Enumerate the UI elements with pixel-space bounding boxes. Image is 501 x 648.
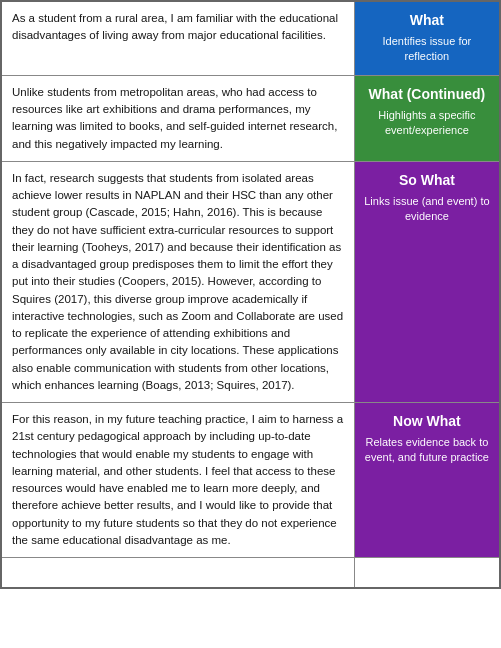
row4-left-cell: For this reason, in my future teaching p… (1, 403, 354, 558)
row4-right-cell: Now What Relates evidence back to event,… (354, 403, 500, 558)
row2-text: Unlike students from metropolitan areas,… (12, 86, 337, 150)
row4-right-label: Now What (363, 413, 491, 429)
table-row: Unlike students from metropolitan areas,… (1, 75, 500, 161)
bottom-right-cell (354, 558, 500, 588)
table-row: For this reason, in my future teaching p… (1, 403, 500, 558)
row3-right-label: So What (363, 172, 491, 188)
bottom-row (1, 558, 500, 588)
row2-left-cell: Unlike students from metropolitan areas,… (1, 75, 354, 161)
row1-right-cell: What Identifies issue for reflection (354, 1, 500, 75)
row1-text: As a student from a rural area, I am fam… (12, 12, 338, 41)
row2-right-label: What (Continued) (363, 86, 491, 102)
table-row: In fact, research suggests that students… (1, 161, 500, 402)
row1-right-desc: Identifies issue for reflection (363, 34, 491, 65)
row3-right-cell: So What Links issue (and event) to evide… (354, 161, 500, 402)
table-row: As a student from a rural area, I am fam… (1, 1, 500, 75)
row1-left-cell: As a student from a rural area, I am fam… (1, 1, 354, 75)
row3-left-cell: In fact, research suggests that students… (1, 161, 354, 402)
bottom-left-cell (1, 558, 354, 588)
row3-text: In fact, research suggests that students… (12, 172, 343, 391)
row1-right-label: What (363, 12, 491, 28)
row2-right-cell: What (Continued) Highlights a specific e… (354, 75, 500, 161)
reflection-table: As a student from a rural area, I am fam… (0, 0, 501, 589)
row4-right-desc: Relates evidence back to event, and futu… (363, 435, 491, 466)
row2-right-desc: Highlights a specific event/experience (363, 108, 491, 139)
row3-right-desc: Links issue (and event) to evidence (363, 194, 491, 225)
row4-text: For this reason, in my future teaching p… (12, 413, 343, 546)
